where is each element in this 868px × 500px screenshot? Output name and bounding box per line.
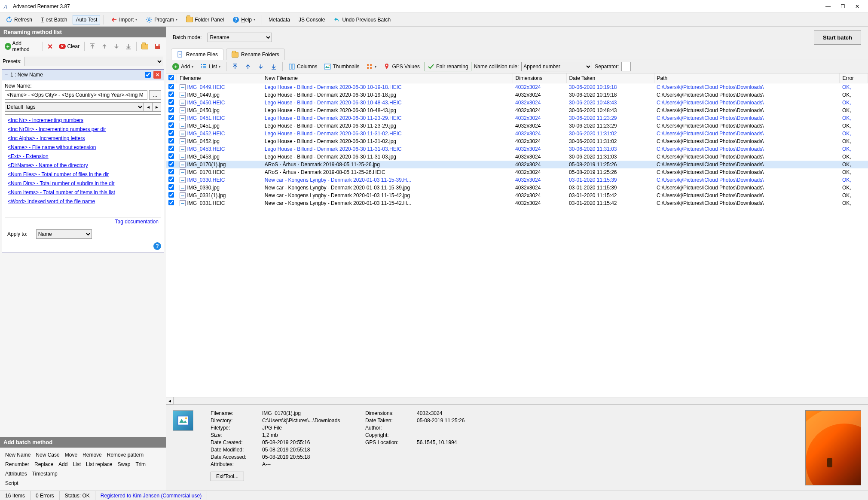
move-up-button[interactable] xyxy=(99,42,110,51)
tag-next-button[interactable]: ▸ xyxy=(153,102,161,112)
column-header[interactable]: Filename xyxy=(177,73,262,83)
batch-method-list[interactable]: List xyxy=(70,460,83,469)
tab-rename-files[interactable]: Rename Files xyxy=(171,49,223,60)
tag-prev-button[interactable]: ◂ xyxy=(144,102,153,112)
row-checkbox[interactable] xyxy=(168,200,174,205)
table-row[interactable]: IMG_0452.jpgLego House - Billund - Denma… xyxy=(166,137,868,145)
move-top-files[interactable] xyxy=(230,62,240,71)
tag-link[interactable]: <Name> - File name without extension xyxy=(8,144,158,150)
select-all-checkbox[interactable] xyxy=(168,75,174,80)
horizontal-scrollbar[interactable]: ◂ xyxy=(166,397,868,405)
move-down-files[interactable] xyxy=(256,62,266,71)
table-row[interactable]: IMG_0452.HEICLego House - Billund - Denm… xyxy=(166,130,868,137)
collision-select[interactable]: Append number xyxy=(521,62,592,71)
tags-dropdown[interactable]: Default Tags xyxy=(5,102,144,112)
columns-button[interactable]: Columns xyxy=(286,62,319,71)
presets-select[interactable] xyxy=(24,57,163,66)
tab-rename-folders[interactable]: Rename Folders xyxy=(226,49,285,60)
batch-method-remove[interactable]: Remove xyxy=(80,451,104,459)
exiftool-button[interactable]: ExifTool... xyxy=(211,472,244,481)
separator-input[interactable] xyxy=(621,62,631,71)
delete-method-button[interactable]: ✕ xyxy=(45,41,55,52)
tag-link[interactable]: <Num Dirs> - Total number of subdirs in … xyxy=(8,180,158,186)
table-row[interactable]: IMG_0453.jpgLego House - Billund - Denma… xyxy=(166,153,868,161)
collapse-icon[interactable]: − xyxy=(5,72,8,78)
table-row[interactable]: IMG_0449.HEICLego House - Billund - Denm… xyxy=(166,83,868,91)
table-row[interactable]: IMG_0331(1).jpgNew car - Kongens Lyngby … xyxy=(166,192,868,199)
column-header[interactable]: Error xyxy=(840,73,868,83)
tag-link[interactable]: <Num Files> - Total number of files in t… xyxy=(8,171,158,177)
tag-documentation-link[interactable]: Tag documentation xyxy=(115,219,159,225)
row-checkbox[interactable] xyxy=(168,84,174,89)
row-checkbox[interactable] xyxy=(168,153,174,159)
pair-renaming-toggle[interactable]: Pair renaming xyxy=(425,62,471,71)
tag-link[interactable]: <DirName> - Name of the directory xyxy=(8,162,158,168)
clear-methods-button[interactable]: ✕Clear xyxy=(57,42,82,51)
row-checkbox[interactable] xyxy=(168,177,174,182)
test-batch-button[interactable]: TTest Batchest Batch xyxy=(38,15,70,24)
thumbnails-button[interactable]: Thumbnails xyxy=(322,62,361,71)
scroll-left-icon[interactable]: ◂ xyxy=(166,397,174,405)
batch-method-trim[interactable]: Trim xyxy=(133,460,149,469)
move-bottom-files[interactable] xyxy=(269,62,279,71)
batch-method-move[interactable]: Move xyxy=(62,451,80,459)
table-row[interactable]: IMG_0170(1).jpgARoS - Århus - Denmark 20… xyxy=(166,161,868,168)
applyto-select[interactable]: Name xyxy=(36,229,92,239)
table-row[interactable]: IMG_0451.jpgLego House - Billund - Denma… xyxy=(166,122,868,130)
row-checkbox[interactable] xyxy=(168,184,174,190)
table-row[interactable]: IMG_0450.jpgLego House - Billund - Denma… xyxy=(166,107,868,114)
newname-input[interactable] xyxy=(5,90,147,100)
start-batch-button[interactable]: Start batch xyxy=(814,30,861,45)
row-checkbox[interactable] xyxy=(168,91,174,97)
js-console-button[interactable]: JS Console xyxy=(296,15,328,24)
folder-panel-button[interactable]: Folder Panel xyxy=(183,15,227,24)
refresh-button[interactable]: Refresh xyxy=(3,15,35,25)
row-checkbox[interactable] xyxy=(168,138,174,143)
column-header[interactable]: Date Taken xyxy=(566,73,654,83)
row-checkbox[interactable] xyxy=(168,161,174,167)
column-header[interactable]: Path xyxy=(654,73,840,83)
table-row[interactable]: IMG_0453.HEICLego House - Billund - Denm… xyxy=(166,145,868,153)
batch-method-swap[interactable]: Swap xyxy=(115,460,133,469)
batch-mode-select[interactable]: Rename xyxy=(208,33,272,42)
save-methods-button[interactable] xyxy=(152,42,163,51)
batch-method-add[interactable]: Add xyxy=(56,460,70,469)
undo-button[interactable]: Undo Previous Batch xyxy=(330,15,394,25)
batch-method-attributes[interactable]: Attributes xyxy=(3,470,30,478)
row-checkbox[interactable] xyxy=(168,169,174,174)
row-checkbox[interactable] xyxy=(168,192,174,198)
view-mode-button[interactable]: ▾ xyxy=(364,62,379,71)
table-row[interactable]: IMG_0451.HEICLego House - Billund - Denm… xyxy=(166,114,868,122)
tag-link[interactable]: <Inc NrDir> - Incrementing numbers per d… xyxy=(8,126,158,132)
row-checkbox[interactable] xyxy=(168,107,174,113)
table-row[interactable]: IMG_0170.HEICARoS - Århus - Denmark 2019… xyxy=(166,168,868,176)
open-methods-button[interactable] xyxy=(139,43,150,51)
minimize-button[interactable]: — xyxy=(821,1,835,12)
maximize-button[interactable]: ☐ xyxy=(835,1,850,12)
batch-method-timestamp[interactable]: Timestamp xyxy=(30,470,60,478)
add-files-button[interactable]: +Add▾ xyxy=(170,62,196,71)
column-header[interactable]: New Filename xyxy=(262,73,513,83)
tag-link[interactable]: <Word> Indexed word of the file name xyxy=(8,198,158,204)
file-table-wrap[interactable]: FilenameNew FilenameDimensionsDate Taken… xyxy=(166,73,868,397)
close-button[interactable]: ✕ xyxy=(850,1,865,12)
list-button[interactable]: List▾ xyxy=(198,62,223,71)
import-button[interactable]: Import ▾ xyxy=(107,15,140,25)
method-enabled-checkbox[interactable] xyxy=(145,72,151,78)
tag-link[interactable]: <Inc Alpha> - Incrementing letters xyxy=(8,135,158,141)
method-help-icon[interactable]: ? xyxy=(153,242,161,250)
tag-link[interactable]: <Num Items> - Total number of items in t… xyxy=(8,189,158,195)
row-checkbox[interactable] xyxy=(168,115,174,120)
table-row[interactable]: IMG_0330.HEICNew car - Kongens Lyngby - … xyxy=(166,176,868,184)
table-row[interactable]: IMG_0450.HEICLego House - Billund - Denm… xyxy=(166,99,868,107)
move-down-button[interactable] xyxy=(111,42,122,51)
help-button[interactable]: ?Help ▾Help xyxy=(229,15,258,25)
table-row[interactable]: IMG_0331.HEICNew car - Kongens Lyngby - … xyxy=(166,199,868,207)
row-checkbox[interactable] xyxy=(168,99,174,105)
tag-link[interactable]: <Inc Nr> - Incrementing numbers xyxy=(8,117,158,123)
batch-method-new-case[interactable]: New Case xyxy=(33,451,62,459)
row-checkbox[interactable] xyxy=(168,130,174,136)
metadata-button[interactable]: Metadata xyxy=(266,15,293,24)
batch-method-new-name[interactable]: New Name xyxy=(3,451,33,459)
program-button[interactable]: Program ▾ xyxy=(143,15,180,25)
